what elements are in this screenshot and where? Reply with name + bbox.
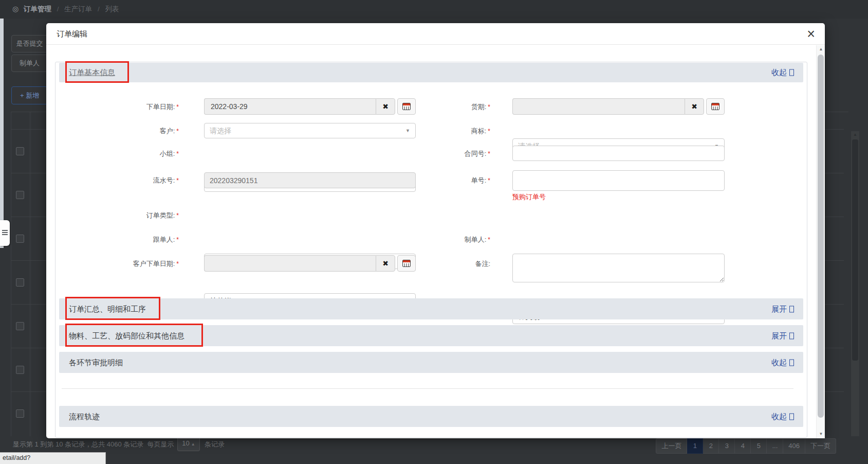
order-no-hint: 预购订单号 <box>512 192 546 202</box>
customer-order-date-input[interactable] <box>204 255 376 272</box>
section-title-basic-info[interactable]: 订单基本信息 <box>69 68 115 78</box>
breadcrumb-item-production-order[interactable]: 生产订单 <box>64 5 92 13</box>
caret-up-icon: ▲ <box>191 442 195 447</box>
left-edge-strip <box>0 19 4 248</box>
breadcrumb: ◎ 订单管理 / 生产订单 / 列表 <box>12 5 119 14</box>
expand-toggle-summary-detail[interactable]: 展开 <box>771 304 794 314</box>
group-label: 小组:* <box>66 149 179 158</box>
pagination-page-1[interactable]: 1 <box>687 438 703 454</box>
contract-no-label: 合同号:* <box>377 149 490 158</box>
collapse-icon <box>789 306 794 312</box>
pagination-page-5[interactable]: 5 <box>751 438 767 454</box>
row-checkbox[interactable] <box>16 409 24 418</box>
collapse-icon <box>789 69 794 76</box>
filter-label-submitted: 是否提交 <box>11 35 48 52</box>
section-header-material-process[interactable]: 物料、工艺、放码部位和其他信息 展开 <box>59 325 803 346</box>
customer-label: 客户:* <box>66 127 179 136</box>
delivery-date-input[interactable] <box>512 98 685 115</box>
collapse-panel-group: 订单基本信息 收起 下单日期:* 2022-03-29 ✖ 货期:* ✖ 客户:… <box>55 62 807 438</box>
section-header-approval-detail[interactable]: 各环节审批明细 收起 <box>59 352 803 373</box>
calendar-icon <box>711 103 719 110</box>
section-title-process-track[interactable]: 流程轨迹 <box>69 412 100 421</box>
collapse-icon <box>789 332 794 339</box>
collapse-toggle-basic-info[interactable]: 收起 <box>771 68 794 78</box>
trademark-label: 商标:* <box>377 127 490 136</box>
section-header-basic-info[interactable]: 订单基本信息 收起 <box>59 63 803 82</box>
records-summary: 显示第 1 到第 10 条记录，总共 4060 条记录 每页显示 <box>13 440 174 449</box>
serial-no-label: 流水号:* <box>66 176 179 185</box>
delivery-date-label: 货期:* <box>377 102 490 112</box>
pagination-page-3[interactable]: 3 <box>719 438 735 454</box>
pagination-page-4[interactable]: 4 <box>735 438 751 454</box>
filter-label-maker: 制单人 <box>11 55 48 72</box>
scroll-up-icon[interactable]: ▲ <box>817 45 825 53</box>
breadcrumb-item-order-management[interactable]: 订单管理 <box>24 5 51 13</box>
maker-label: 制单人:* <box>377 235 490 244</box>
collapse-toggle-approval-detail[interactable]: 收起 <box>771 358 794 367</box>
pagination: 上一页 1 2 3 4 5 ... 406 下一页 <box>656 438 836 454</box>
order-date-label: 下单日期:* <box>66 102 179 112</box>
browser-status-bar: etail/add?editType=add#collapseBase <box>0 452 106 464</box>
modal-title: 订单编辑 <box>57 29 87 39</box>
row-checkbox[interactable] <box>16 147 24 155</box>
approval-content-divider <box>62 388 793 389</box>
section-title-summary-detail[interactable]: 订单汇总、明细和工序 <box>69 304 146 314</box>
order-type-label: 订单类型:* <box>66 211 179 220</box>
order-no-input[interactable] <box>512 170 725 191</box>
order-date-input[interactable]: 2022-03-29 <box>204 98 376 115</box>
modal-header: 订单编辑 × <box>46 23 825 45</box>
scroll-down-icon[interactable]: ▼ <box>817 430 825 438</box>
row-checkbox[interactable] <box>16 322 24 330</box>
hamburger-icon <box>2 230 8 236</box>
pagination-page-406[interactable]: 406 <box>783 438 805 454</box>
breadcrumb-separator: / <box>98 5 100 13</box>
remark-textarea[interactable] <box>512 254 725 282</box>
customer-order-date-label: 客户下单日期:* <box>66 259 179 269</box>
modal-scrollbar[interactable]: ▲ ▼ <box>816 45 825 438</box>
pagination-prev[interactable]: 上一页 <box>656 438 687 454</box>
section-header-summary-detail[interactable]: 订单汇总、明细和工序 展开 <box>59 298 803 319</box>
order-no-label: 单号:* <box>377 176 490 185</box>
remark-label: 备注: <box>377 259 490 269</box>
remark-field <box>512 254 725 282</box>
top-navbar: ◎ 订单管理 / 生产订单 / 列表 <box>0 0 868 19</box>
page-scrollbar[interactable]: ▲ <box>851 131 859 436</box>
location-pin-icon: ◎ <box>12 5 19 13</box>
page-scrollbar-thumb[interactable] <box>852 139 858 361</box>
clear-date-icon[interactable]: ✖ <box>685 98 704 115</box>
row-checkbox[interactable] <box>16 366 24 374</box>
collapse-toggle-process-track[interactable]: 收起 <box>771 412 794 421</box>
sidebar-toggle-handle[interactable] <box>0 220 10 246</box>
section-header-process-track[interactable]: 流程轨迹 收起 <box>59 406 803 427</box>
pagination-next[interactable]: 下一页 <box>805 438 836 454</box>
order-no-field <box>512 170 725 191</box>
records-suffix: 条记录 <box>205 440 225 449</box>
row-checkbox[interactable] <box>16 191 24 199</box>
section-title-material-process[interactable]: 物料、工艺、放码部位和其他信息 <box>69 331 184 341</box>
close-icon[interactable]: × <box>807 25 815 43</box>
breadcrumb-separator: / <box>57 5 59 13</box>
order-edit-modal: 订单编辑 × ▲ ▼ 订单基本信息 收起 下单日期:* 2022-03-29 ✖… <box>46 23 825 438</box>
add-button[interactable]: + 新增 <box>11 86 48 104</box>
row-checkbox[interactable] <box>16 235 24 243</box>
contract-no-field <box>512 146 725 161</box>
calendar-button[interactable] <box>706 98 725 115</box>
table-column-divider <box>30 112 30 436</box>
collapse-icon <box>789 413 794 420</box>
contract-no-input[interactable] <box>512 146 725 161</box>
pagination-ellipsis: ... <box>767 438 783 454</box>
expand-toggle-material-process[interactable]: 展开 <box>771 331 794 341</box>
breadcrumb-item-list[interactable]: 列表 <box>105 5 119 13</box>
row-checkbox[interactable] <box>16 278 24 287</box>
delivery-date-field: ✖ <box>512 98 725 115</box>
scroll-up-icon[interactable]: ▲ <box>851 131 859 138</box>
pagination-page-2[interactable]: 2 <box>703 438 719 454</box>
follower-label: 跟单人:* <box>66 235 179 244</box>
collapse-icon <box>789 359 794 366</box>
modal-scrollbar-thumb[interactable] <box>818 55 824 418</box>
section-title-approval-detail[interactable]: 各环节审批明细 <box>69 358 123 367</box>
